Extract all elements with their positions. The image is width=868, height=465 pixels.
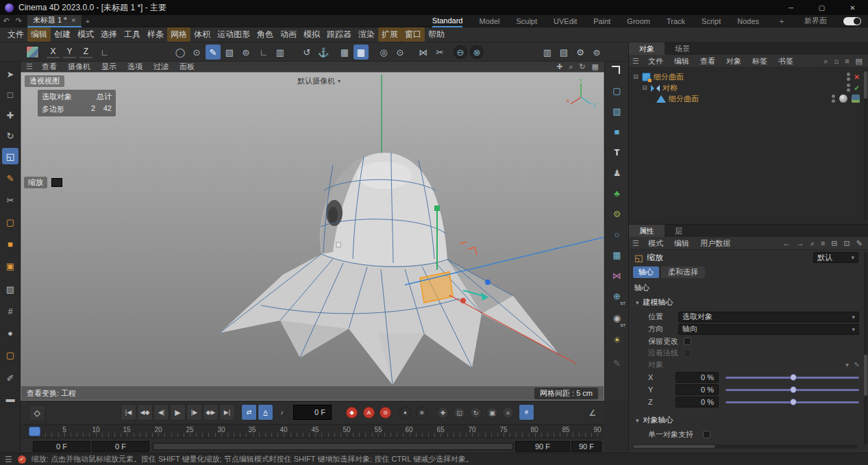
menu-mograph[interactable]: 运动图形 — [214, 27, 253, 42]
current-frame-field[interactable]: 0 F — [293, 405, 332, 420]
menu-mode[interactable]: 模式 — [74, 27, 97, 42]
vp-menu-options[interactable]: 选项 — [123, 62, 147, 72]
customize-palette-icon[interactable] — [26, 46, 39, 58]
record-option-button[interactable]: ● — [399, 407, 411, 418]
goto-end-button[interactable]: ▶| — [219, 404, 235, 420]
om-menu-edit[interactable]: 编辑 — [669, 56, 695, 66]
menu-volume[interactable]: 体积 — [190, 27, 214, 42]
record-rotation-toggle[interactable]: ↻ — [470, 407, 482, 418]
speaker-icon[interactable]: ♪ — [274, 404, 290, 420]
y-slider[interactable] — [726, 384, 859, 395]
scale-tool[interactable]: ◱ — [2, 148, 18, 164]
keyframe-selection-button[interactable]: ⊙ — [380, 407, 391, 418]
menu-character[interactable]: 角色 — [253, 27, 277, 42]
live-selection-icon[interactable]: ◯ — [173, 45, 188, 60]
hud-option-icon[interactable] — [51, 178, 62, 187]
preview-start-field[interactable]: 0 F — [92, 441, 149, 452]
cube-object-icon[interactable]: ▧ — [608, 103, 625, 120]
menu-spline[interactable]: 样条 — [144, 27, 167, 42]
rotate-view-icon[interactable]: ↻ — [579, 62, 585, 71]
visibility-dots[interactable] — [847, 84, 850, 92]
tab-scene[interactable]: 场景 — [665, 42, 700, 55]
symmetry-object-icon[interactable]: ⋈ — [608, 267, 625, 284]
om-menu-view[interactable]: 查看 — [695, 56, 721, 66]
menu-window[interactable]: 窗口 — [401, 27, 425, 42]
preset-dropdown[interactable]: 默认 ▾ — [813, 252, 858, 263]
add-layout-icon[interactable]: + — [776, 17, 788, 25]
expand-icon[interactable]: ⊟ — [632, 73, 639, 80]
attr-menu-edit[interactable]: 编辑 — [669, 238, 695, 249]
visibility-dots[interactable] — [832, 95, 835, 103]
pan-view-icon[interactable]: ✚ — [556, 62, 562, 71]
menu-select[interactable]: 选择 — [97, 27, 121, 42]
record-parameter-toggle[interactable]: ▣ — [486, 407, 498, 418]
floor-grid-icon[interactable]: ▦ — [608, 247, 625, 264]
vp-menu-filter[interactable]: 过滤 — [149, 62, 173, 72]
position-dropdown[interactable]: 选取对象 ▾ — [678, 312, 859, 323]
attr-menu-userdata[interactable]: 用户数据 — [695, 238, 736, 249]
layout-tab-nodes[interactable]: Nodes — [737, 15, 759, 27]
maximize-button[interactable]: ▢ — [806, 0, 837, 15]
close-button[interactable]: ✕ — [837, 0, 868, 15]
pencil-tool[interactable]: ✐ — [2, 370, 18, 386]
search-icon[interactable]: ⌕ — [823, 57, 828, 66]
attr-scrollbar[interactable] — [864, 252, 867, 444]
menu-extensions[interactable]: 扩展 — [378, 27, 401, 42]
texture-tag-icon[interactable] — [852, 95, 860, 103]
circle-spline-icon[interactable]: ○ — [608, 226, 625, 243]
tweak-selection-icon[interactable]: ⊙ — [189, 45, 204, 60]
cube-primitive-icon[interactable]: ▧ — [222, 45, 237, 60]
menu-render[interactable]: 渲染 — [355, 27, 378, 42]
tab-soft-selection[interactable]: 柔和选择 — [661, 266, 705, 278]
keyframe-mode-button[interactable]: ⇄ — [241, 404, 257, 420]
range-start-field[interactable]: 0 F — [33, 441, 90, 452]
layout-tab-standard[interactable]: Standard — [432, 15, 463, 27]
previous-frame-button[interactable]: ◀| — [153, 404, 169, 420]
record-scale-toggle[interactable]: ◱ — [454, 407, 465, 418]
vp-menu-display[interactable]: 显示 — [97, 62, 121, 72]
visibility-dots[interactable] — [847, 73, 850, 81]
om-scrollbar[interactable] — [864, 70, 867, 221]
pen-tool[interactable]: ✎ — [2, 170, 18, 186]
rectangle-selection-tool[interactable]: □ — [2, 86, 18, 103]
intersect-mode-icon[interactable]: ⊗ — [470, 45, 484, 59]
record-option2-button[interactable]: ⊗ — [416, 407, 427, 418]
play-button[interactable]: ▶ — [170, 404, 186, 420]
axis-center-icon[interactable]: ⊙ — [393, 45, 408, 60]
light-object-icon[interactable]: ☀ — [608, 331, 625, 349]
single-object-checkbox[interactable] — [703, 431, 710, 438]
x-value[interactable]: 0 % — [675, 372, 719, 383]
tab-layers[interactable]: 层 — [665, 225, 693, 237]
figure-object-icon[interactable]: ♟ — [608, 164, 625, 181]
filter-icon[interactable]: ≡ — [821, 239, 825, 248]
forward-icon[interactable]: → — [797, 239, 804, 248]
menu-simulate[interactable]: 模拟 — [300, 27, 323, 42]
document-tab[interactable]: 未标题 1 * ✕ — [27, 15, 82, 27]
camera-label[interactable]: 默认摄像机 ▾ — [297, 76, 340, 86]
layers-icon[interactable]: ▤ — [856, 57, 863, 66]
attr-hscrollbar[interactable] — [632, 444, 858, 449]
set-keyframe-button[interactable]: ◇ — [29, 405, 45, 421]
object-name[interactable]: 细分曲面 — [669, 94, 699, 104]
polygon-pen-icon[interactable]: ✎ — [206, 45, 221, 60]
vp-menu-cameras[interactable]: 摄像机 — [63, 62, 95, 72]
object-row-polygon[interactable]: 细分曲面 — [629, 93, 868, 104]
object-row-symmetry[interactable]: ⊟ 对称 ✓ — [629, 82, 868, 93]
snap-toggle[interactable]: ▢ — [2, 347, 18, 363]
copy-icon[interactable]: ⊡ — [844, 239, 850, 248]
plane-primitive-icon[interactable]: ▢ — [608, 82, 625, 99]
move-tool[interactable]: ✚ — [2, 107, 18, 123]
om-menu-bookmarks[interactable]: 书签 — [773, 56, 799, 66]
tab-objects[interactable]: 对象 — [629, 42, 665, 55]
tab-close-icon[interactable]: ✕ — [71, 17, 77, 24]
previous-key-button[interactable]: ◀◆ — [137, 404, 153, 420]
autokeying-button[interactable]: A — [363, 407, 375, 418]
lock-y-axis-button[interactable]: Y — [63, 46, 76, 58]
selected-polygon[interactable] — [420, 272, 453, 303]
object-name[interactable]: 细分曲面 — [654, 72, 684, 82]
knife-tool[interactable]: ✂ — [2, 192, 18, 208]
vp-menu-panel[interactable]: 面板 — [175, 62, 199, 72]
anchor-icon[interactable]: ⚓ — [316, 45, 331, 60]
group-modeling-axis[interactable]: ▾ 建模轴心 — [636, 297, 673, 307]
view-name-label[interactable]: 透视视图 — [25, 75, 64, 87]
